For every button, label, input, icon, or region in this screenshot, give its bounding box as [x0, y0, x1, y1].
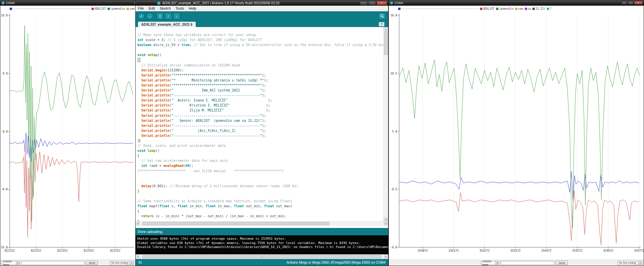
code-line: Serial.println(" Imm_ACC system_2021 "); [137, 88, 383, 93]
code-segment: println [155, 78, 169, 82]
code-segment: mapf( [147, 204, 159, 208]
code-segment: ); [262, 93, 266, 97]
window-titlebar[interactable]: ∞ COM4 ─ □ ✕ [389, 0, 644, 6]
code-segment: " Senzor: ADXL337 (pomnožio sam sa 13.22… [171, 119, 262, 122]
legend-swatch-icon [92, 8, 94, 10]
baud-rate-select[interactable]: 115200 baud ▼ [481, 261, 499, 265]
code-segment [137, 184, 141, 188]
new-sketch-button[interactable]: ▯ [157, 13, 163, 19]
menu-file[interactable]: File [136, 6, 146, 10]
minimize-button[interactable]: ─ [360, 1, 368, 5]
arduino-app-icon: ∞ [1, 1, 5, 5]
scroll-left-arrow[interactable]: ◄ [136, 255, 140, 259]
series-Acc_Z [399, 60, 640, 228]
serial-send-bar: 115200 baud ▼ Send No line ending ▼ [0, 260, 156, 266]
code-segment: ); [228, 98, 272, 102]
window-titlebar[interactable]: ∞ ADXL337_example_ACC_2021 | Arduino 1.8… [136, 0, 388, 6]
tab-list-button[interactable]: ▼ [378, 22, 385, 27]
baud-rate-select[interactable]: 115200 baud ▼ [2, 261, 20, 265]
scroll-left-arrow[interactable]: ◄ [136, 222, 140, 226]
arduino-app-icon: ∞ [390, 1, 393, 5]
menu-help[interactable]: Help [186, 6, 199, 10]
code-segment: ); [190, 164, 194, 168]
scroll-down-arrow[interactable]: ▼ [384, 217, 388, 221]
serial-plotter-window-right: ∞ COM4 ─ □ ✕ ---------------------------… [388, 0, 644, 266]
scrollbar-thumb[interactable]: ||| [142, 222, 329, 225]
legend-swatch-icon [496, 8, 498, 10]
scroll-up-arrow[interactable]: ▲ [384, 27, 388, 31]
code-segment: delay [141, 184, 151, 188]
code-segment: " Imm_ACC system_2021 " [171, 88, 262, 92]
code-segment: " Kristina I. MILIČIĆ" [171, 103, 230, 107]
upload-button[interactable]: → [146, 13, 153, 19]
line-ending-select[interactable]: No line ending ▼ [110, 261, 134, 265]
maximize-button[interactable]: □ [368, 1, 376, 5]
code-segment: Serial [141, 83, 153, 87]
tab-sketch[interactable]: ADXL337_example_ACC_2021 § [138, 22, 196, 27]
code-segment: println [155, 93, 169, 97]
close-button[interactable]: ✕ [376, 1, 387, 5]
series-Acc_X [10, 133, 133, 162]
menu-sketch[interactable]: Sketch [157, 6, 173, 10]
legend-label: sam [130, 7, 134, 10]
chevron-down-icon: ▼ [16, 261, 19, 265]
code-segment [137, 73, 141, 77]
minimize-button[interactable]: ─ [621, 1, 627, 5]
save-button[interactable]: ↓ [173, 13, 180, 19]
serial-plotter-window-left: ∞ COM4 ─ □ ✕ ---------------------------… [0, 0, 156, 266]
maximize-button[interactable]: □ [628, 1, 634, 5]
code-segment: "***************************************… [171, 73, 262, 77]
scrollbar-thumb[interactable]: ||| [142, 255, 381, 258]
send-button[interactable]: Send [556, 261, 568, 265]
y-tick-label: 8.0 [3, 72, 8, 75]
code-line: Serial.println(" Autori: Ivana I. MILIČI… [137, 98, 383, 103]
send-button[interactable]: Send [86, 261, 98, 265]
serial-send-bar: 115200 baud ▼ Send No line ending ▼ [389, 260, 644, 266]
editor-vscrollbar[interactable]: ▲ ▼ [383, 27, 388, 221]
legend-swatch-icon [480, 8, 482, 10]
code-segment: () [157, 53, 161, 57]
code-segment: out_min, [244, 204, 264, 208]
code-segment [137, 134, 141, 138]
code-segment [137, 124, 141, 127]
code-segment [137, 103, 141, 107]
editor-hscrollbar[interactable]: ◄ ||| ► [136, 221, 388, 226]
open-button[interactable]: ↑ [165, 13, 172, 19]
x-tick-label: 354172 [449, 249, 459, 252]
legend-swatch-icon [398, 8, 400, 10]
code-segment: } [137, 139, 139, 143]
check-icon: ✓ [140, 14, 143, 18]
serial-monitor-button[interactable] [379, 13, 385, 19]
x-tick-label: 822352 [57, 249, 68, 252]
serial-input[interactable] [500, 261, 554, 265]
serial-input[interactable] [21, 261, 85, 265]
code-line: { [137, 153, 383, 158]
menu-tools[interactable]: Tools [173, 6, 186, 10]
code-line: Serial.println("************************… [137, 73, 383, 78]
scrollbar-thumb[interactable] [384, 31, 388, 55]
code-segment: // 3 (±3g) for ADXL337, 200 (±200g) for … [167, 38, 262, 42]
code-segment: int [141, 164, 147, 168]
code-segment: "---------------------------------------… [171, 114, 262, 117]
window-titlebar[interactable]: ∞ COM4 ─ □ ✕ [0, 0, 156, 6]
console-line: Invalid library found in C:\Users\HP\Doc… [137, 245, 388, 249]
code-editor[interactable]: ▲ ▼ // Make sure these two variables are… [136, 27, 388, 221]
menu-edit[interactable]: Edit [146, 6, 157, 10]
code-segment: Serial [141, 73, 153, 77]
scroll-right-arrow[interactable]: ► [384, 222, 388, 226]
code-segment: Serial [141, 114, 153, 117]
verify-button[interactable]: ✓ [138, 13, 145, 19]
line-ending-select[interactable]: No line ending ▼ [618, 261, 642, 265]
x-tick-label: 822252 [31, 249, 41, 252]
code-line [137, 179, 383, 184]
code-segment: Serial [141, 88, 153, 92]
legend-label: ADXL337 [95, 7, 106, 10]
legend-item: ADXL337 [92, 7, 106, 10]
chevron-down-icon: ▼ [495, 261, 499, 265]
console-scrollbar[interactable]: ◄ ||| ► [136, 254, 388, 259]
close-button[interactable]: ✕ [634, 1, 643, 5]
code-segment: ); [262, 83, 266, 87]
code-segment [137, 214, 141, 218]
scroll-right-arrow[interactable]: ► [384, 255, 388, 259]
code-segment [137, 108, 141, 112]
